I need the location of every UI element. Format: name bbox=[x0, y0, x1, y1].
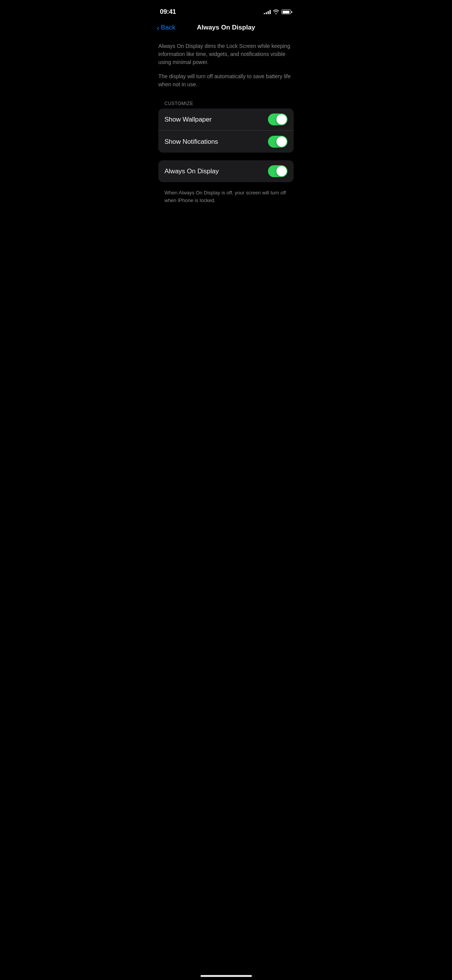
back-label: Back bbox=[161, 24, 176, 31]
page-title: Always On Display bbox=[197, 24, 255, 31]
always-on-settings-group: Always On Display bbox=[158, 160, 294, 182]
description-text-2: The display will turn off automatically … bbox=[158, 72, 294, 89]
show-wallpaper-toggle-track bbox=[268, 113, 288, 125]
description-block: Always On Display dims the Lock Screen w… bbox=[158, 36, 294, 98]
battery-icon bbox=[281, 10, 292, 14]
wifi-icon bbox=[273, 10, 279, 14]
status-bar: 09:41 bbox=[151, 0, 301, 21]
always-on-section: Always On Display When Always On Display… bbox=[158, 160, 294, 204]
nav-bar: ‹ Back Always On Display bbox=[151, 21, 301, 36]
show-notifications-toggle[interactable] bbox=[268, 136, 288, 148]
main-content: Always On Display dims the Lock Screen w… bbox=[151, 36, 301, 204]
always-on-display-toggle[interactable] bbox=[268, 165, 288, 177]
status-time: 09:41 bbox=[160, 8, 176, 16]
show-wallpaper-row: Show Wallpaper bbox=[158, 109, 294, 131]
show-notifications-toggle-track bbox=[268, 136, 288, 148]
always-on-display-label: Always On Display bbox=[164, 168, 219, 175]
always-on-footer-note: When Always On Display is off, your scre… bbox=[158, 186, 294, 204]
status-icons bbox=[264, 10, 292, 14]
back-chevron-icon: ‹ bbox=[157, 24, 159, 31]
signal-icon bbox=[264, 10, 271, 14]
show-wallpaper-label: Show Wallpaper bbox=[164, 116, 212, 123]
show-notifications-toggle-thumb bbox=[276, 136, 287, 147]
always-on-display-toggle-thumb bbox=[276, 166, 287, 176]
always-on-display-row: Always On Display bbox=[158, 160, 294, 182]
always-on-display-toggle-track bbox=[268, 165, 288, 177]
customize-section-label: CUSTOMIZE bbox=[158, 98, 294, 109]
show-notifications-row: Show Notifications bbox=[158, 131, 294, 153]
description-text-1: Always On Display dims the Lock Screen w… bbox=[158, 42, 294, 66]
show-wallpaper-toggle[interactable] bbox=[268, 113, 288, 125]
customize-settings-group: Show Wallpaper Show Notifications bbox=[158, 109, 294, 153]
show-wallpaper-toggle-thumb bbox=[276, 114, 287, 125]
show-notifications-label: Show Notifications bbox=[164, 138, 218, 146]
customize-section: CUSTOMIZE Show Wallpaper Show Notificati… bbox=[158, 98, 294, 153]
back-button[interactable]: ‹ Back bbox=[157, 24, 175, 31]
